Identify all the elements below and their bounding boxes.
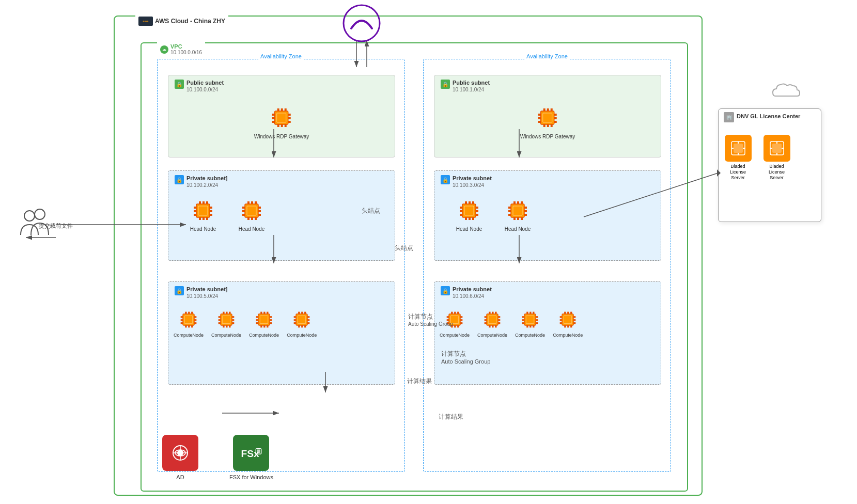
svg-rect-171 — [526, 312, 528, 314]
svg-rect-21 — [202, 217, 205, 220]
svg-rect-62 — [223, 325, 224, 327]
svg-rect-131 — [521, 201, 523, 204]
svg-rect-49 — [188, 325, 190, 327]
svg-rect-53 — [181, 322, 183, 324]
svg-rect-136 — [508, 210, 511, 212]
aws-cloud-label: aws AWS Cloud - China ZHY — [135, 15, 228, 27]
diagram-container: aws AWS Cloud - China ZHY ☁ VPC 10.100.0… — [0, 0, 857, 504]
svg-rect-161 — [492, 325, 493, 327]
svg-rect-10 — [272, 117, 275, 119]
svg-rect-88 — [301, 312, 303, 314]
svg-rect-195 — [573, 319, 575, 321]
svg-rect-87 — [298, 312, 300, 314]
svg-rect-36 — [255, 217, 257, 220]
svg-rect-82 — [270, 316, 272, 318]
compute-nodes-right: ComputeNode ComputeNode ComputeNode — [440, 308, 583, 338]
svg-rect-47 — [191, 312, 193, 314]
fsx-icon: FSx — [233, 435, 269, 471]
svg-rect-8 — [285, 124, 287, 127]
svg-rect-98 — [307, 322, 309, 324]
vpc-label: ☁ VPC 10.100.0.0/16 — [157, 42, 205, 56]
svg-rect-139 — [524, 210, 527, 212]
svg-rect-115 — [465, 201, 467, 204]
submit-file-label: 提交载荷文件 — [39, 222, 73, 230]
svg-rect-55 — [194, 319, 196, 321]
svg-rect-41 — [258, 210, 261, 212]
vpc-icon: ☁ — [160, 45, 168, 54]
ad-icon — [162, 435, 198, 471]
svg-rect-204 — [257, 449, 260, 453]
bottom-services: AD FSx FSX for Windows — [162, 435, 273, 480]
svg-rect-158 — [492, 312, 493, 314]
svg-rect-178 — [522, 319, 524, 321]
lock-icon-left-public: 🔒 — [175, 80, 184, 89]
svg-rect-123 — [460, 214, 462, 216]
svg-rect-140 — [524, 214, 527, 216]
svg-rect-129 — [513, 201, 516, 204]
svg-rect-102 — [547, 108, 549, 111]
svg-rect-92 — [304, 325, 306, 327]
svg-rect-190 — [570, 325, 572, 327]
svg-rect-18 — [202, 201, 205, 204]
svg-rect-22 — [206, 217, 208, 220]
head-node-flow-label: 头结点 — [362, 207, 380, 215]
svg-rect-95 — [294, 322, 296, 324]
svg-rect-132 — [513, 217, 516, 220]
svg-rect-179 — [522, 322, 524, 324]
svg-rect-90 — [298, 325, 300, 327]
bladed-server-1: Bladed License Server — [724, 135, 752, 180]
svg-rect-145 — [457, 312, 459, 314]
compute-node-left-4: ComputeNode — [287, 308, 317, 338]
svg-rect-26 — [210, 207, 212, 209]
rdp-gateway-left: Windows RDP Gateway — [254, 104, 309, 139]
bladed-server-icon-1 — [725, 135, 752, 162]
lock-icon-right-public: 🔒 — [441, 80, 450, 89]
svg-rect-79 — [256, 316, 258, 318]
svg-rect-126 — [476, 214, 478, 216]
private-subnet-right-head: 🔒 Private subnet 10.100.3.0/24 Head Node… — [434, 170, 661, 261]
svg-rect-33 — [255, 201, 257, 204]
svg-rect-159 — [495, 312, 496, 314]
svg-rect-60 — [226, 312, 227, 314]
bladed-server-2: Bladed License Server — [762, 135, 791, 180]
lock-icon-left-compute: 🔒 — [175, 286, 184, 295]
svg-rect-17 — [199, 201, 201, 204]
svg-rect-182 — [536, 322, 538, 324]
svg-rect-194 — [573, 316, 575, 318]
compute-nodes-left: ComputeNode ComputeNode ComputeNode — [174, 308, 317, 338]
head-node-left-2: Head Node — [238, 197, 266, 232]
head-node-left-1: Head Node — [189, 197, 217, 232]
head-node-label-zh: 头结点 — [395, 244, 413, 253]
svg-rect-66 — [219, 319, 221, 321]
compute-node-label-zh: 计算节点 — [441, 350, 466, 358]
svg-rect-173 — [533, 312, 534, 314]
compute-result-label-zh: 计算结果 — [439, 413, 463, 421]
svg-rect-89 — [304, 312, 306, 314]
svg-rect-59 — [223, 312, 224, 314]
aws-logo: aws — [138, 17, 153, 26]
svg-rect-64 — [229, 325, 230, 327]
svg-rect-24 — [194, 210, 196, 212]
lock-icon-left-head: 🔒 — [175, 175, 184, 184]
svg-rect-4 — [281, 108, 283, 111]
svg-rect-9 — [272, 114, 275, 116]
auto-scaling-label: Auto Scaling Group — [441, 358, 490, 365]
svg-rect-80 — [256, 319, 258, 321]
compute-node-right-3: ComputeNode — [515, 308, 545, 338]
svg-rect-193 — [560, 322, 562, 324]
svg-rect-104 — [543, 124, 546, 127]
svg-rect-45 — [185, 312, 186, 314]
head-nodes-right: Head Node Head Node — [455, 197, 532, 232]
svg-rect-168 — [498, 322, 500, 324]
svg-rect-6 — [277, 124, 279, 127]
svg-rect-185 — [564, 312, 566, 314]
svg-rect-164 — [485, 319, 487, 321]
compute-node-left-2: ComputeNode — [211, 308, 241, 338]
svg-rect-165 — [485, 322, 487, 324]
svg-rect-19 — [206, 201, 208, 204]
svg-rect-32 — [251, 201, 253, 204]
svg-rect-39 — [242, 214, 245, 216]
svg-rect-160 — [489, 325, 490, 327]
svg-rect-12 — [288, 114, 291, 116]
svg-rect-133 — [517, 217, 519, 220]
